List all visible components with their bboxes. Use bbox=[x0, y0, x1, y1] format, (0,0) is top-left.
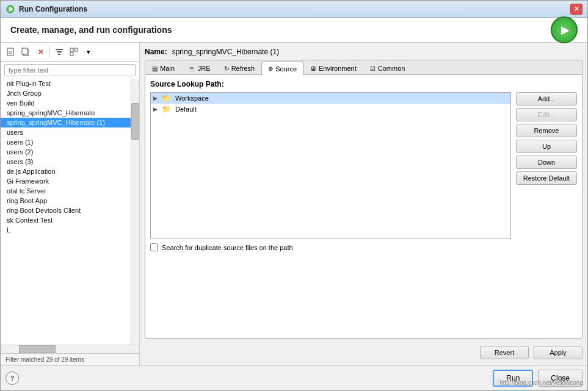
list-item[interactable]: users (2) bbox=[1, 147, 131, 157]
tree-item-label: Default bbox=[175, 106, 197, 113]
checkbox-row: Search for duplicate source files on the… bbox=[150, 243, 577, 251]
close-window-button[interactable]: ✕ bbox=[570, 4, 583, 15]
page-title: Create, manage, and run configurations bbox=[10, 25, 578, 35]
tab-label: Environment bbox=[319, 65, 357, 72]
tabs-header: ▤Main☕JRE↻Refresh⊕Source🖥Environment☑Com… bbox=[145, 60, 582, 75]
scroll-thumb[interactable] bbox=[131, 103, 139, 140]
source-tree: ▶📁Workspace▶📁Default bbox=[150, 92, 511, 239]
tab-icon: ⊕ bbox=[268, 65, 273, 72]
main-header: Create, manage, and run configurations bbox=[1, 18, 587, 43]
svg-rect-10 bbox=[70, 48, 73, 51]
source-tab-content: Source Lookup Path: ▶📁Workspace▶📁Default… bbox=[145, 75, 582, 338]
tab-main[interactable]: ▤Main bbox=[145, 62, 181, 74]
filter-status: Filter matched 29 of 29 items bbox=[1, 353, 139, 365]
tab-icon: ☕ bbox=[188, 65, 195, 72]
svg-rect-7 bbox=[56, 49, 63, 50]
list-item[interactable]: ring Boot Devtools Client bbox=[1, 206, 131, 215]
tab-jre[interactable]: ☕JRE bbox=[181, 62, 217, 74]
list-item[interactable]: otal tc Server bbox=[1, 186, 131, 196]
tab-common[interactable]: ☑Common bbox=[363, 62, 412, 74]
duplicate-source-checkbox[interactable] bbox=[150, 243, 158, 251]
tree-arrow-icon: ▶ bbox=[153, 106, 159, 112]
copy-configuration-button[interactable] bbox=[19, 45, 32, 59]
tree-arrow-icon: ▶ bbox=[153, 95, 159, 101]
revert-button[interactable]: Revert bbox=[480, 346, 529, 359]
list-item[interactable]: ring Boot App bbox=[1, 196, 131, 206]
folder-icon: 📁 bbox=[162, 94, 171, 102]
right-panel: Name: spring_springMVC_Hibernate (1) ▤Ma… bbox=[140, 43, 587, 365]
name-value: spring_springMVC_Hibernate (1) bbox=[172, 48, 279, 56]
title-bar: Run Configurations ✕ bbox=[1, 1, 587, 18]
svg-rect-9 bbox=[58, 54, 60, 55]
tree-item[interactable]: ▶📁Workspace bbox=[151, 93, 510, 104]
edit-button[interactable]: Edit... bbox=[516, 108, 577, 121]
horizontal-scrollbar[interactable] bbox=[1, 345, 139, 353]
apply-button[interactable]: Apply bbox=[534, 346, 583, 359]
up-button[interactable]: Up bbox=[516, 140, 577, 153]
tab-environment[interactable]: 🖥Environment bbox=[303, 62, 363, 74]
list-item[interactable]: spring_springMVC_Hibernate bbox=[1, 108, 131, 118]
list-item[interactable]: Jnch Group bbox=[1, 88, 131, 98]
list-item[interactable]: users (3) bbox=[1, 157, 131, 167]
list-item[interactable]: users bbox=[1, 127, 131, 137]
tab-icon: 🖥 bbox=[310, 65, 316, 72]
toolbar: ✕ ▾ bbox=[1, 43, 139, 62]
list-item[interactable]: Gi Framework bbox=[1, 176, 131, 186]
revert-apply-row: Revert Apply bbox=[145, 342, 583, 361]
toolbar-separator bbox=[49, 46, 50, 57]
source-lookup-label: Source Lookup Path: bbox=[150, 80, 577, 88]
menu-button[interactable]: ▾ bbox=[82, 45, 95, 59]
list-item[interactable]: sk Context Test bbox=[1, 215, 131, 225]
tab-icon: ▤ bbox=[152, 65, 158, 72]
tab-icon: ↻ bbox=[224, 65, 229, 72]
tab-refresh[interactable]: ↻Refresh bbox=[217, 62, 262, 74]
left-panel: ✕ ▾ nit Plug-in TestJnch Groupven Builds… bbox=[1, 43, 140, 365]
tab-label: Main bbox=[160, 65, 175, 72]
list-item[interactable]: ven Build bbox=[1, 98, 131, 108]
h-scroll-thumb[interactable] bbox=[19, 345, 56, 353]
window-title: Run Configurations bbox=[19, 5, 570, 13]
source-buttons: Add... Edit... Remove Up Down Restore De… bbox=[516, 92, 577, 239]
remove-button[interactable]: Remove bbox=[516, 124, 577, 137]
svg-rect-12 bbox=[70, 52, 73, 56]
new-configuration-button[interactable] bbox=[4, 45, 18, 59]
list-item[interactable]: users (1) bbox=[1, 137, 131, 147]
vertical-scrollbar[interactable] bbox=[131, 79, 139, 345]
configuration-list: nit Plug-in TestJnch Groupven Buildsprin… bbox=[1, 79, 131, 345]
tabs-panel: ▤Main☕JRE↻Refresh⊕Source🖥Environment☑Com… bbox=[145, 60, 583, 339]
list-item[interactable]: nit Plug-in Test bbox=[1, 79, 131, 88]
help-button[interactable]: ? bbox=[5, 371, 19, 385]
bottom-right-buttons: Run Close bbox=[493, 370, 583, 387]
restore-default-button[interactable]: Restore Default bbox=[516, 171, 577, 185]
list-item[interactable]: de.js Application bbox=[1, 167, 131, 176]
run-icon-button[interactable] bbox=[551, 16, 578, 43]
checkbox-label: Search for duplicate source files on the… bbox=[162, 244, 293, 251]
svg-rect-11 bbox=[74, 48, 78, 51]
filter-input[interactable] bbox=[4, 64, 136, 76]
list-scroll-area: nit Plug-in TestJnch Groupven Buildsprin… bbox=[1, 79, 139, 345]
run-button[interactable]: Run bbox=[493, 370, 533, 387]
tree-item[interactable]: ▶📁Default bbox=[151, 104, 510, 115]
content-area: ✕ ▾ nit Plug-in TestJnch Groupven Builds… bbox=[1, 43, 587, 365]
list-item[interactable]: spring_springMVC_Hibernate (1) bbox=[1, 118, 131, 127]
list-item[interactable]: L bbox=[1, 225, 131, 235]
down-button[interactable]: Down bbox=[516, 156, 577, 169]
filter-button[interactable] bbox=[53, 45, 66, 59]
close-button[interactable]: Close bbox=[538, 370, 583, 387]
svg-rect-8 bbox=[57, 51, 62, 52]
tab-icon: ☑ bbox=[370, 65, 376, 72]
tab-label: Source bbox=[275, 65, 297, 73]
run-configurations-window: Run Configurations ✕ Create, manage, and… bbox=[0, 0, 588, 391]
folder-icon: 📁 bbox=[162, 105, 171, 113]
collapse-button[interactable] bbox=[67, 45, 81, 59]
tab-label: Refresh bbox=[231, 65, 255, 72]
source-panel-content: ▶📁Workspace▶📁Default Add... Edit... Remo… bbox=[150, 92, 577, 239]
name-label: Name: bbox=[145, 48, 167, 56]
name-row: Name: spring_springMVC_Hibernate (1) bbox=[145, 48, 583, 56]
add-button[interactable]: Add... bbox=[516, 92, 577, 106]
svg-rect-6 bbox=[22, 48, 27, 54]
tab-label: JRE bbox=[198, 65, 211, 72]
tree-item-label: Workspace bbox=[175, 95, 209, 102]
tab-source[interactable]: ⊕Source bbox=[261, 62, 303, 75]
delete-configuration-button[interactable]: ✕ bbox=[34, 45, 47, 59]
